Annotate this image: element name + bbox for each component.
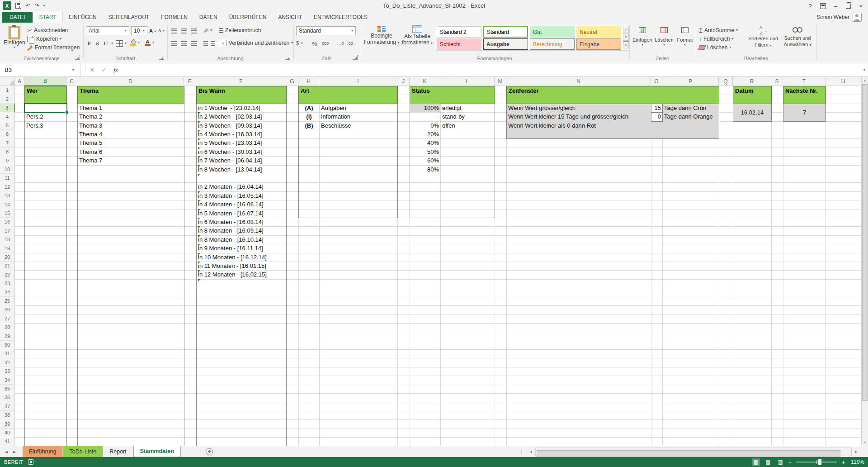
cell-B5[interactable]: Pers.3 xyxy=(25,121,66,130)
cell-L3[interactable]: erledigt xyxy=(441,104,495,112)
horizontal-scrollbar[interactable] xyxy=(535,448,852,456)
row-header-24[interactable]: 24 xyxy=(0,288,15,297)
cell-K10[interactable]: 80% xyxy=(410,165,440,174)
gallery-scroll-down-button[interactable]: ▾ xyxy=(623,33,629,41)
row-header-19[interactable]: 19 xyxy=(0,244,15,253)
cell-F12[interactable]: in 2 Monaten - [16.04.14] xyxy=(197,182,286,191)
normal-view-icon[interactable]: ▦ xyxy=(752,458,760,466)
zoom-in-button[interactable]: + xyxy=(841,459,845,465)
column-header-D[interactable]: D xyxy=(77,77,184,86)
cell-D8[interactable]: Thema 6 xyxy=(78,148,184,156)
vertical-scrollbar[interactable]: ▴ ▾ xyxy=(861,77,868,446)
shrink-font-button[interactable]: A▾ xyxy=(158,27,165,35)
zoom-slider-thumb[interactable] xyxy=(818,459,821,465)
ribbon-tab-seitenlayout[interactable]: SEITENLAYOUT xyxy=(103,12,155,23)
excel-logo-icon[interactable]: X xyxy=(3,1,11,10)
format-as-table-button[interactable]: Als Tabelle formatieren ▾ xyxy=(401,25,434,53)
merged-cell-T3[interactable]: 7 xyxy=(783,104,826,122)
column-header-E[interactable]: E xyxy=(184,77,196,86)
fill-color-button[interactable]: ▾ xyxy=(130,38,140,47)
row-header-17[interactable]: 17 xyxy=(0,226,15,235)
row-header-30[interactable]: 30 xyxy=(0,341,15,350)
cell-L4[interactable]: stand-by xyxy=(441,112,495,121)
cell-F5[interactable]: in 3 Wochen - [09.03.14] xyxy=(197,121,286,130)
sheet-tab-einführung[interactable]: Einführung xyxy=(23,446,63,457)
row-header-4[interactable]: 4 xyxy=(0,112,15,121)
style-chip-schlecht[interactable]: Schlecht xyxy=(437,38,481,50)
ribbon-tab-daten[interactable]: DATEN xyxy=(193,12,223,23)
cell-D6[interactable]: Thema 4 xyxy=(78,130,184,138)
worksheet-grid[interactable]: ABCDEFGHIJKLMNOPQRSTU1234567891011121314… xyxy=(0,77,861,446)
cell-H4[interactable]: (I) xyxy=(299,112,319,121)
column-header-M[interactable]: M xyxy=(495,77,506,86)
scroll-down-button[interactable]: ▾ xyxy=(862,439,868,446)
column-header-A[interactable]: A xyxy=(15,77,24,86)
undo-icon[interactable]: ↶ xyxy=(25,3,30,9)
underline-button[interactable]: U▾ xyxy=(102,39,113,48)
row-header-40[interactable]: 40 xyxy=(0,429,15,438)
cell-K6[interactable]: 20% xyxy=(410,130,440,138)
zoom-level[interactable]: 110% xyxy=(849,459,864,465)
row-header-35[interactable]: 35 xyxy=(0,385,15,394)
row-header-34[interactable]: 34 xyxy=(0,376,15,385)
bold-button[interactable]: F xyxy=(86,39,93,48)
cell-L5[interactable]: offen xyxy=(441,121,495,130)
style-chip-ausgabe[interactable]: Ausgabe xyxy=(483,38,528,50)
sheet-tab-stammdaten[interactable]: Stammdaten xyxy=(133,446,181,457)
column-header-K[interactable]: K xyxy=(410,77,440,86)
cell-H5[interactable]: (B) xyxy=(299,121,319,130)
cell-F15[interactable]: in 5 Monaten - [16.07.14] xyxy=(197,209,286,218)
ribbon-tab-einfügen[interactable]: EINFÜGEN xyxy=(63,12,103,23)
user-account[interactable]: Simon Weber xyxy=(817,12,862,23)
cell-F6[interactable]: in 4 Wochen - [16.03.14] xyxy=(197,130,286,138)
italic-button[interactable]: K xyxy=(94,39,101,48)
cell-F22[interactable]: in 12 Monaten - [16.02.15] xyxy=(197,270,286,279)
style-chip-gut[interactable]: Gut xyxy=(530,26,575,38)
help-button[interactable]: ? xyxy=(804,0,816,12)
cell-N5[interactable]: Wenn Wert kleiner als 0 dann Rot xyxy=(507,121,651,130)
scroll-up-button[interactable]: ▴ xyxy=(862,77,868,84)
cell-N3[interactable]: Wenn Wert grösser/gleich xyxy=(507,104,651,112)
cell-N4[interactable]: Wenn Wert kleiner 15 Tage und grösser/gl… xyxy=(507,112,651,121)
format-cells-button[interactable]: Format ▾ xyxy=(675,25,694,53)
row-header-28[interactable]: 28 xyxy=(0,323,15,332)
row-header-12[interactable]: 12 xyxy=(0,182,15,191)
new-sheet-button[interactable]: + xyxy=(206,448,213,455)
sort-filter-button[interactable]: ↓ Sortieren und Filtern ▾ xyxy=(746,25,780,53)
column-header-C[interactable]: C xyxy=(66,77,77,86)
comma-format-button[interactable]: 000 xyxy=(322,39,329,48)
style-chip-standard-2[interactable]: Standard 2 xyxy=(437,26,481,38)
name-box-chevron-icon[interactable]: ▾ xyxy=(72,63,74,76)
style-chip-neutral[interactable]: Neutral xyxy=(576,26,621,38)
cell-F13[interactable]: in 3 Monaten - [16.05.14] xyxy=(197,191,286,200)
font-size-combo[interactable]: 10 ▾ xyxy=(131,26,147,35)
align-middle-button[interactable] xyxy=(181,27,187,35)
restore-button[interactable] xyxy=(842,0,854,12)
percent-format-button[interactable]: % xyxy=(312,39,317,48)
macro-record-icon[interactable] xyxy=(28,459,33,465)
ribbon-display-options-button[interactable] xyxy=(816,0,829,12)
qat-customize-chevron-icon[interactable]: ▾ xyxy=(43,4,45,8)
cell-K7[interactable]: 40% xyxy=(410,138,440,147)
save-icon[interactable] xyxy=(15,3,21,9)
row-header-18[interactable]: 18 xyxy=(0,235,15,244)
cell-B4[interactable]: Pers.2 xyxy=(25,112,66,121)
cell-H3[interactable]: (A) xyxy=(299,104,319,112)
align-right-button[interactable] xyxy=(191,39,197,48)
ribbon-tab-datei[interactable]: DATEI xyxy=(2,12,33,23)
row-header-31[interactable]: 31 xyxy=(0,349,15,358)
cell-I5[interactable]: Beschlüsse xyxy=(320,121,397,130)
autosum-button[interactable]: Σ AutoSumme ▾ xyxy=(699,26,738,34)
column-header-S[interactable]: S xyxy=(771,77,783,86)
column-header-G[interactable]: G xyxy=(286,77,298,86)
row-header-36[interactable]: 36 xyxy=(0,393,15,402)
row-header-41[interactable]: 41 xyxy=(0,437,15,446)
row-header-33[interactable]: 33 xyxy=(0,367,15,376)
column-header-O[interactable]: O xyxy=(651,77,662,86)
cell-P3[interactable]: Tage dann Grün xyxy=(663,104,719,112)
number-format-combo[interactable]: Standard ▾ xyxy=(296,26,356,35)
merged-cell-R3[interactable]: 16.02.14 xyxy=(733,104,772,122)
row-header-29[interactable]: 29 xyxy=(0,332,15,341)
gallery-scroll-up-button[interactable]: ▴ xyxy=(623,26,629,33)
cell-I3[interactable]: Aufgaben xyxy=(320,104,397,112)
